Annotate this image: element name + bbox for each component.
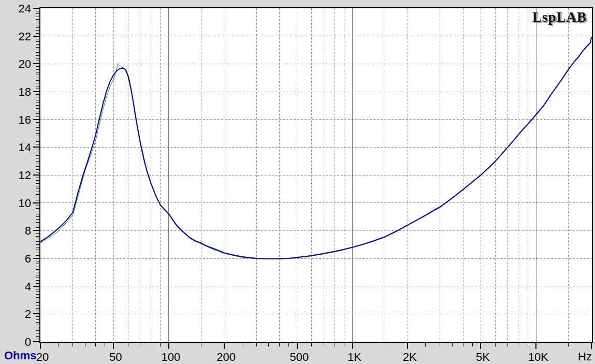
lsplab-impedance-window: 02468101214161820222420501002005001K2K5K… [0,0,595,364]
x-tick-label: 2K [403,351,417,363]
y-tick-label: 0 [25,336,31,348]
y-tick-label: 8 [25,224,31,237]
y-tick-label: 14 [19,141,31,154]
y-tick-label: 10 [19,197,31,210]
x-tick-label: 500 [289,351,309,363]
x-tick-label: 10K [528,351,548,363]
x-tick-label: 200 [216,351,236,363]
y-tick-label: 12 [19,169,31,182]
y-tick-label: 22 [19,30,31,43]
y-tick-label: 2 [25,308,31,321]
impedance-chart: 02468101214161820222420501002005001K2K5K… [0,0,595,364]
x-tick-label: 50 [109,351,122,363]
x-axis-unit-label: Hz [578,350,592,363]
y-tick-label: 16 [19,113,31,126]
y-axis-unit-label: Ohms [4,349,36,362]
y-tick-label: 4 [25,280,31,293]
x-axis: 20501002005001K2K5K10K [36,342,591,363]
x-tick-label: 20 [36,351,49,363]
y-axis: 024681012141618202224 [19,2,40,348]
y-tick-label: 6 [25,252,31,265]
brand-watermark: LspLAB [532,9,587,25]
y-tick-label: 20 [19,57,31,70]
x-tick-label: 100 [162,351,181,363]
x-tick-label: 1K [347,351,361,363]
y-tick-label: 24 [19,2,31,15]
x-tick-label: 5K [476,351,490,363]
y-tick-label: 18 [19,85,31,98]
